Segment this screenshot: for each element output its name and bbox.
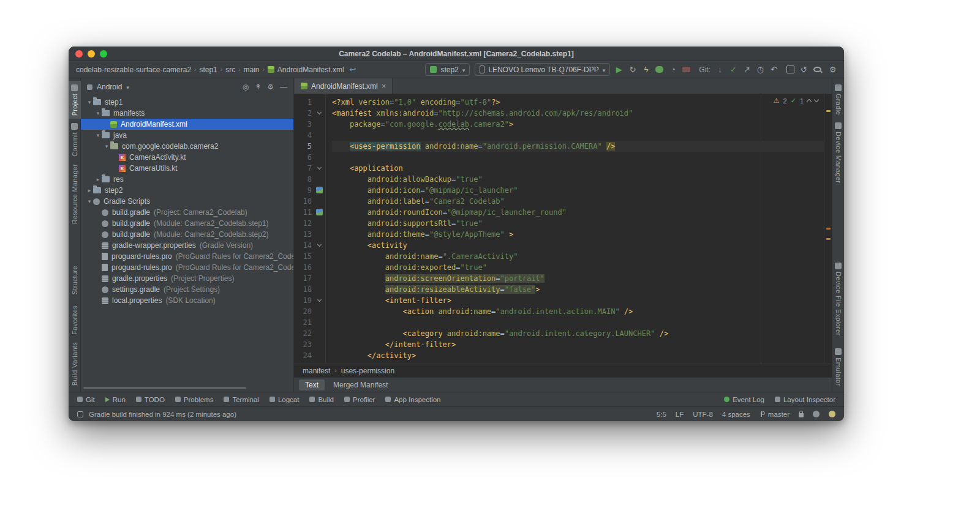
- editor-breadcrumb-item[interactable]: manifest: [303, 367, 330, 375]
- next-issue-icon[interactable]: [814, 97, 819, 102]
- tree-item[interactable]: ▾com.google.codelab.camera2: [81, 141, 293, 152]
- code-line[interactable]: android:resizeableActivity="false">: [332, 284, 824, 295]
- chevron-down-icon[interactable]: ▾: [94, 132, 102, 138]
- fold-icon[interactable]: [317, 242, 322, 247]
- tool-button-build[interactable]: Build: [309, 396, 334, 403]
- breadcrumb-item[interactable]: AndroidManifest.xml: [277, 65, 344, 74]
- code-line[interactable]: <activity: [332, 240, 824, 251]
- hide-panel-icon[interactable]: —: [280, 83, 287, 91]
- tool-window-button-project[interactable]: Project: [69, 81, 81, 119]
- minimize-window-button[interactable]: [88, 50, 95, 58]
- tool-button-problems[interactable]: Problems: [175, 396, 214, 403]
- run-icon[interactable]: ▶: [615, 65, 623, 73]
- error-stripe-scrollbar[interactable]: [824, 94, 832, 364]
- tree-item[interactable]: local.properties(SDK Location): [81, 295, 293, 306]
- breadcrumb-item[interactable]: src: [225, 65, 235, 74]
- tool-button-layout-inspector[interactable]: Layout Inspector: [775, 396, 835, 403]
- code-line[interactable]: android:theme="@style/AppTheme" >: [332, 229, 824, 240]
- tool-window-button-favorites[interactable]: Favorites: [69, 302, 81, 338]
- tree-item[interactable]: settings.gradle(Project Settings): [81, 284, 293, 295]
- project-horizontal-scrollbar[interactable]: [83, 387, 246, 389]
- code-line[interactable]: [332, 152, 824, 163]
- code-line[interactable]: android:label="Camera2 Codelab": [332, 196, 824, 207]
- git-update-icon[interactable]: ↓: [716, 65, 724, 73]
- git-commit-icon[interactable]: ✓: [729, 65, 737, 73]
- apply-code-changes-icon[interactable]: ϟ: [642, 65, 650, 73]
- toggle-toolwindows-icon[interactable]: [77, 411, 83, 417]
- tree-item[interactable]: build.gradle(Module: Camera2_Codelab.ste…: [81, 218, 293, 229]
- tree-item[interactable]: ▾step1: [81, 97, 293, 108]
- tool-button-todo[interactable]: TODO: [136, 396, 165, 403]
- status-readonly-lock[interactable]: [799, 411, 804, 417]
- editor-view-tab-text[interactable]: Text: [299, 379, 325, 390]
- git-push-icon[interactable]: ↗: [743, 65, 751, 73]
- code-line[interactable]: <action android:name="android.intent.act…: [332, 306, 824, 317]
- tree-item[interactable]: ▾java: [81, 130, 293, 141]
- tool-button-terminal[interactable]: Terminal: [224, 396, 258, 403]
- resource-preview-icon[interactable]: [316, 187, 323, 193]
- tree-item[interactable]: ▾Gradle Scripts: [81, 196, 293, 207]
- editor-breadcrumb-item[interactable]: uses-permission: [341, 367, 394, 375]
- chevron-down-icon[interactable]: ▾: [86, 198, 93, 204]
- zoom-window-button[interactable]: [100, 50, 107, 58]
- code-line[interactable]: <category android:name="android.intent.c…: [332, 328, 824, 339]
- editor-surface[interactable]: 123456789101112131415161718192021222324 …: [294, 94, 832, 364]
- code-line[interactable]: <?xml version="1.0" encoding="utf-8"?>: [332, 97, 824, 108]
- close-window-button[interactable]: [75, 50, 83, 58]
- tree-item[interactable]: ▾manifests: [81, 108, 293, 119]
- chevron-right-icon[interactable]: ▸: [94, 176, 102, 182]
- status-indent-style[interactable]: 4 spaces: [722, 411, 750, 418]
- code-line[interactable]: </intent-filter>: [332, 339, 824, 350]
- tool-window-button-resource-manager[interactable]: Resource Manager: [69, 160, 81, 228]
- profiler-icon[interactable]: ◔: [669, 65, 677, 73]
- tree-item[interactable]: AndroidManifest.xml: [81, 119, 293, 130]
- fold-icon[interactable]: [317, 165, 322, 170]
- tree-item[interactable]: gradle-wrapper.properties(Gradle Version…: [81, 240, 293, 251]
- apply-changes-icon[interactable]: ↻: [628, 65, 636, 73]
- tool-window-button-emulator[interactable]: Emulator: [832, 345, 845, 389]
- status-line-separator[interactable]: LF: [676, 411, 684, 418]
- breadcrumb-item[interactable]: main: [243, 65, 259, 74]
- code-line[interactable]: android:roundIcon="@mipmap/ic_launcher_r…: [332, 207, 824, 218]
- code-line[interactable]: [332, 317, 824, 328]
- tool-window-button-gradle[interactable]: Gradle: [832, 81, 845, 119]
- code-line[interactable]: android:screenOrientation="portrait": [332, 273, 824, 284]
- tool-button-profiler[interactable]: Profiler: [344, 396, 375, 403]
- tree-item[interactable]: proguard-rules.pro(ProGuard Rules for Ca…: [81, 262, 293, 273]
- code-line[interactable]: <manifest xmlns:android="http://schemas.…: [332, 108, 824, 119]
- tree-item[interactable]: proguard-rules.pro(ProGuard Rules for Ca…: [81, 251, 293, 262]
- panel-settings-icon[interactable]: ⚙: [267, 83, 274, 91]
- inspection-widget[interactable]: 2 1: [771, 96, 821, 105]
- chevron-down-icon[interactable]: ▾: [103, 143, 110, 149]
- code-line[interactable]: [332, 130, 824, 141]
- stop-icon[interactable]: [682, 67, 690, 72]
- code-line[interactable]: </activity>: [332, 350, 824, 361]
- code-line[interactable]: package="com.google.codelab.camera2">: [332, 119, 824, 130]
- tool-window-button-build-variants[interactable]: Build Variants: [69, 338, 81, 389]
- previous-issue-icon[interactable]: [807, 99, 812, 104]
- tool-button-run[interactable]: Run: [105, 396, 126, 403]
- breadcrumb-item[interactable]: step1: [199, 65, 217, 74]
- code-line[interactable]: <intent-filter>: [332, 295, 824, 306]
- tool-window-button-device-file-explorer[interactable]: Device File Explorer: [832, 259, 845, 339]
- settings-icon[interactable]: ⚙: [829, 65, 837, 73]
- git-history-icon[interactable]: ◷: [756, 65, 764, 73]
- editor-tab-androidmanifest[interactable]: AndroidManifest.xml: [295, 78, 393, 94]
- code-line[interactable]: android:name=".CameraActivity": [332, 251, 824, 262]
- code-line[interactable]: <application: [332, 163, 824, 174]
- tree-item[interactable]: gradle.properties(Project Properties): [81, 273, 293, 284]
- status-file-encoding[interactable]: UTF-8: [693, 411, 713, 418]
- tool-button-logcat[interactable]: Logcat: [270, 396, 300, 403]
- chevron-right-icon[interactable]: ▸: [86, 187, 93, 193]
- tool-window-button-structure[interactable]: Structure: [69, 262, 81, 298]
- tool-window-button-device-manager[interactable]: Device Manager: [832, 119, 845, 187]
- code-line[interactable]: android:exported="true": [332, 262, 824, 273]
- run-configuration-select[interactable]: step2: [425, 63, 470, 76]
- locate-file-icon[interactable]: ◎: [243, 83, 249, 91]
- device-manager-icon[interactable]: [786, 65, 794, 73]
- code-line[interactable]: android:icon="@mipmap/ic_launcher": [332, 185, 824, 196]
- tree-item[interactable]: CameraActivity.kt: [81, 152, 293, 163]
- status-ide-status[interactable]: [813, 411, 820, 417]
- tree-item[interactable]: CameraUtils.kt: [81, 163, 293, 174]
- status-ide-feedback[interactable]: [829, 411, 835, 417]
